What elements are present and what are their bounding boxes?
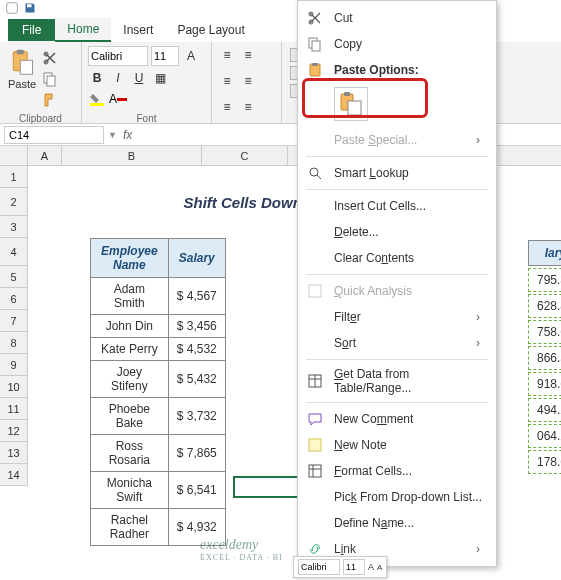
row-header[interactable]: 7 bbox=[0, 310, 28, 332]
quick-analysis-icon bbox=[306, 282, 324, 300]
table-icon bbox=[306, 372, 324, 390]
ctx-filter[interactable]: Filter› bbox=[298, 304, 496, 330]
svg-rect-21 bbox=[344, 92, 350, 96]
row-header[interactable]: 14 bbox=[0, 464, 28, 486]
chevron-right-icon: › bbox=[476, 310, 486, 324]
ctx-quick-analysis: Quick Analysis bbox=[298, 278, 496, 304]
ctx-cut[interactable]: Cut bbox=[298, 5, 496, 31]
align-middle-icon[interactable]: ≡ bbox=[239, 46, 257, 64]
format-cells-icon bbox=[306, 462, 324, 480]
row-header[interactable]: 12 bbox=[0, 420, 28, 442]
table-row: Phoebe Bake$3,732 bbox=[91, 398, 226, 435]
copy-icon[interactable] bbox=[42, 71, 58, 90]
row-header[interactable]: 11 bbox=[0, 398, 28, 420]
chevron-right-icon: › bbox=[476, 133, 486, 147]
ctx-new-note[interactable]: New Note bbox=[298, 432, 496, 458]
table-row: Monicha Swift$6,541 bbox=[91, 472, 226, 509]
ctx-clear-contents[interactable]: Clear Contents bbox=[298, 245, 496, 271]
ctx-paste-special[interactable]: Paste Special... › bbox=[298, 127, 496, 153]
ribbon-group-font: A B I U ▦ A Font bbox=[82, 42, 212, 123]
cut-icon[interactable] bbox=[42, 50, 58, 69]
table-row: Kate Perry$4,532 bbox=[91, 338, 226, 361]
svg-rect-22 bbox=[348, 101, 361, 115]
border-button[interactable]: ▦ bbox=[151, 69, 169, 87]
align-left-icon[interactable]: ≡ bbox=[218, 72, 236, 90]
table-header-employee: Employee Name bbox=[91, 239, 169, 278]
mini-font-size[interactable] bbox=[343, 559, 365, 575]
right-col-header: lary bbox=[528, 240, 561, 266]
ctx-delete[interactable]: Delete... bbox=[298, 219, 496, 245]
svg-rect-24 bbox=[309, 285, 321, 297]
mini-font-name[interactable] bbox=[298, 559, 340, 575]
chevron-down-icon[interactable]: ▼ bbox=[108, 130, 117, 140]
ctx-copy[interactable]: Copy bbox=[298, 31, 496, 57]
row-headers: 1 2 3 4 5 6 7 8 9 10 11 12 13 14 bbox=[0, 166, 28, 486]
svg-rect-3 bbox=[17, 50, 24, 54]
underline-button[interactable]: U bbox=[130, 69, 148, 87]
font-name-select[interactable] bbox=[88, 46, 148, 66]
watermark: exceldemy EXCEL · DATA · BI bbox=[200, 537, 283, 562]
ctx-smart-lookup[interactable]: Smart Lookup bbox=[298, 160, 496, 186]
ctx-insert-cut-cells[interactable]: Insert Cut Cells... bbox=[298, 193, 496, 219]
ctx-get-data[interactable]: Get Data from Table/Range... bbox=[298, 363, 496, 399]
autosave-icon[interactable] bbox=[6, 2, 18, 17]
ctx-pick-from-list[interactable]: Pick From Drop-down List... bbox=[298, 484, 496, 510]
ctx-new-comment[interactable]: New Comment bbox=[298, 406, 496, 432]
row-header[interactable]: 3 bbox=[0, 216, 28, 238]
employee-table: Employee Name Salary Adam Smith$4,567 Jo… bbox=[90, 238, 226, 546]
col-header[interactable]: C bbox=[202, 146, 288, 165]
row-header[interactable]: 4 bbox=[0, 238, 28, 266]
decrease-indent-icon[interactable]: ≡ bbox=[218, 98, 236, 116]
chevron-right-icon: › bbox=[476, 336, 486, 350]
tab-file[interactable]: File bbox=[8, 19, 55, 41]
row-header[interactable]: 6 bbox=[0, 288, 28, 310]
increase-indent-icon[interactable]: ≡ bbox=[239, 98, 257, 116]
svg-rect-29 bbox=[309, 465, 321, 477]
ribbon-group-clipboard: Paste Clipboard bbox=[0, 42, 82, 123]
col-header[interactable]: B bbox=[62, 146, 202, 165]
context-menu: Cut Copy Paste Options: Paste Special...… bbox=[297, 0, 497, 567]
font-color-button[interactable]: A bbox=[109, 90, 127, 108]
tab-home[interactable]: Home bbox=[55, 18, 111, 42]
paste-options-row bbox=[298, 83, 496, 127]
svg-rect-1 bbox=[27, 4, 32, 7]
align-top-icon[interactable]: ≡ bbox=[218, 46, 236, 64]
select-all-corner[interactable] bbox=[0, 146, 28, 165]
row-header[interactable]: 10 bbox=[0, 376, 28, 398]
ctx-format-cells[interactable]: Format Cells... bbox=[298, 458, 496, 484]
format-painter-icon[interactable] bbox=[42, 92, 58, 111]
scissors-icon bbox=[306, 9, 324, 27]
ctx-paste-options-header: Paste Options: bbox=[298, 57, 496, 83]
row-header[interactable]: 9 bbox=[0, 354, 28, 376]
name-box[interactable] bbox=[4, 126, 104, 144]
table-header-salary: Salary bbox=[168, 239, 225, 278]
save-icon[interactable] bbox=[24, 2, 36, 17]
italic-button[interactable]: I bbox=[109, 69, 127, 87]
increase-font-icon[interactable]: A bbox=[182, 47, 200, 65]
copy-icon bbox=[306, 35, 324, 53]
row-header[interactable]: 2 bbox=[0, 188, 28, 216]
svg-rect-9 bbox=[90, 103, 104, 106]
ctx-define-name[interactable]: Define Name... bbox=[298, 510, 496, 536]
paste-button[interactable]: Paste bbox=[6, 46, 38, 111]
row-header[interactable]: 13 bbox=[0, 442, 28, 464]
ctx-sort[interactable]: Sort› bbox=[298, 330, 496, 356]
row-header[interactable]: 5 bbox=[0, 266, 28, 288]
row-header[interactable]: 8 bbox=[0, 332, 28, 354]
clipboard-icon bbox=[306, 61, 324, 79]
col-header[interactable]: A bbox=[28, 146, 62, 165]
svg-rect-17 bbox=[312, 41, 320, 51]
font-size-select[interactable] bbox=[151, 46, 179, 66]
mini-increase-font-icon[interactable]: A bbox=[368, 562, 374, 572]
fx-icon[interactable]: fx bbox=[117, 128, 138, 142]
tab-page-layout[interactable]: Page Layout bbox=[165, 19, 256, 41]
svg-rect-4 bbox=[20, 60, 32, 74]
paste-option-default[interactable] bbox=[334, 87, 368, 121]
mini-toolbar[interactable]: A A bbox=[293, 556, 387, 578]
fill-color-button[interactable] bbox=[88, 90, 106, 108]
bold-button[interactable]: B bbox=[88, 69, 106, 87]
align-center-icon[interactable]: ≡ bbox=[239, 72, 257, 90]
mini-decrease-font-icon[interactable]: A bbox=[377, 563, 382, 572]
row-header[interactable]: 1 bbox=[0, 166, 28, 188]
tab-insert[interactable]: Insert bbox=[111, 19, 165, 41]
